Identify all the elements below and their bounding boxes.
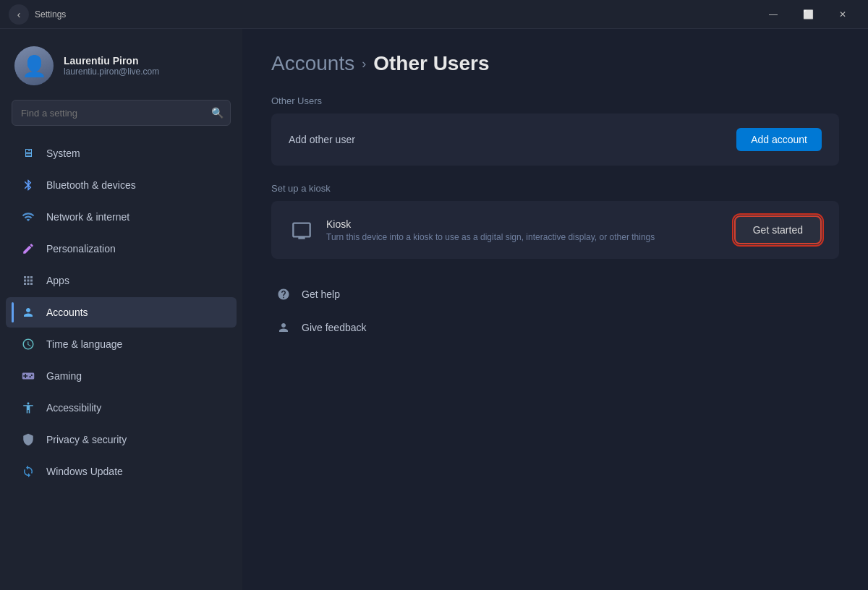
sidebar-item-label: Personalization [46,243,116,255]
breadcrumb: Accounts › Other Users [271,52,839,75]
sidebar-item-label: Privacy & security [46,434,127,445]
minimize-button[interactable]: — [757,3,790,26]
breadcrumb-accounts[interactable]: Accounts [271,52,354,75]
bluetooth-icon [20,177,36,193]
avatar-inner: 👤 [14,46,54,85]
get-help-link[interactable]: Get help [271,279,839,309]
apps-icon [20,273,36,288]
sidebar-item-accessibility[interactable]: Accessibility [6,393,237,423]
get-started-button[interactable]: Get started [734,215,822,244]
kiosk-card: Kiosk Turn this device into a kiosk to u… [271,201,839,259]
avatar-icon: 👤 [22,54,47,78]
action-links: Get help Give feedback [271,279,839,343]
kiosk-title: Kiosk [326,218,655,230]
system-icon: 🖥 [20,145,36,161]
sidebar-item-bluetooth[interactable]: Bluetooth & devices [6,170,237,200]
section-other-users-title: Other users [271,95,839,106]
gaming-icon [20,368,36,384]
privacy-icon [20,432,36,448]
sidebar-item-label: Network & internet [46,211,129,223]
network-icon [20,209,36,225]
kiosk-row: Kiosk Turn this device into a kiosk to u… [271,201,839,259]
kiosk-left: Kiosk Turn this device into a kiosk to u… [289,217,655,243]
title-bar: ‹ Settings — ⬜ ✕ [0,0,868,29]
sidebar-item-accounts[interactable]: Accounts [6,297,237,328]
user-email: laurentiu.piron@live.com [64,67,159,77]
sidebar-item-apps[interactable]: Apps [6,265,237,296]
sidebar-item-personalization[interactable]: Personalization [6,234,237,264]
kiosk-icon [289,217,315,243]
accessibility-icon [20,400,36,416]
search-box: 🔍 [12,100,231,126]
maximize-button[interactable]: ⬜ [791,3,825,26]
sidebar-item-label: Windows Update [46,466,123,477]
sidebar-item-label: Gaming [46,370,82,382]
avatar: 👤 [14,46,54,85]
sidebar-item-label: Accounts [46,307,88,318]
title-bar-left: ‹ Settings [9,4,66,25]
main-content: Accounts › Other Users Other users Add o… [242,29,868,590]
app-container: 👤 Laurentiu Piron laurentiu.piron@live.c… [0,29,868,590]
search-input[interactable] [12,100,231,126]
time-icon [20,336,36,352]
other-users-card: Add other user Add account [271,114,839,166]
breadcrumb-current: Other Users [373,52,489,75]
sidebar-item-label: Accessibility [46,402,101,414]
personalization-icon [20,241,36,257]
kiosk-section-title: Set up a kiosk [271,183,839,194]
sidebar-item-network[interactable]: Network & internet [6,202,237,232]
sidebar-item-privacy[interactable]: Privacy & security [6,424,237,455]
give-feedback-link[interactable]: Give feedback [271,312,839,343]
sidebar: 👤 Laurentiu Piron laurentiu.piron@live.c… [0,29,242,590]
app-title: Settings [35,9,66,20]
user-name: Laurentiu Piron [64,55,159,67]
add-account-button[interactable]: Add account [736,128,822,151]
user-profile[interactable]: 👤 Laurentiu Piron laurentiu.piron@live.c… [0,40,242,100]
kiosk-description: Turn this device into a kiosk to use as … [326,232,655,242]
sidebar-item-time[interactable]: Time & language [6,329,237,359]
sidebar-item-update[interactable]: Windows Update [6,456,237,487]
add-other-user-label: Add other user [289,134,355,145]
sidebar-item-label: Time & language [46,338,122,350]
user-info: Laurentiu Piron laurentiu.piron@live.com [64,55,159,77]
sidebar-item-label: Apps [46,275,69,286]
give-feedback-label: Give feedback [302,322,367,333]
kiosk-text: Kiosk Turn this device into a kiosk to u… [326,218,655,242]
get-help-icon [274,285,293,304]
search-icon: 🔍 [211,107,224,119]
get-help-label: Get help [302,288,340,300]
sidebar-item-label: System [46,148,80,159]
sidebar-item-label: Bluetooth & devices [46,179,136,191]
breadcrumb-separator: › [362,56,366,72]
accounts-icon [20,304,36,320]
back-button[interactable]: ‹ [9,4,29,25]
sidebar-item-gaming[interactable]: Gaming [6,361,237,391]
give-feedback-icon [274,318,293,337]
update-icon [20,463,36,479]
sidebar-item-system[interactable]: 🖥 System [6,138,237,168]
window-controls: — ⬜ ✕ [757,3,859,26]
add-user-row: Add other user Add account [271,114,839,166]
close-button[interactable]: ✕ [826,3,859,26]
